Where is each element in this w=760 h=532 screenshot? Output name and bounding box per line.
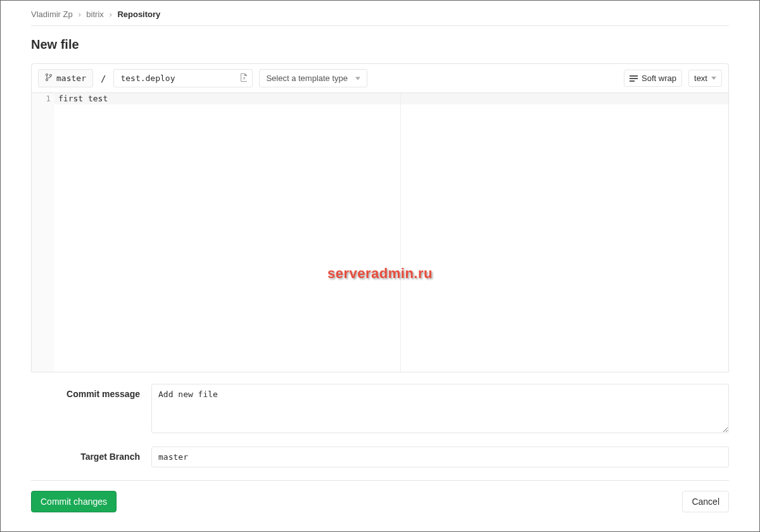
syntax-label: text [694,73,707,83]
breadcrumb-owner[interactable]: Vladimir Zp [31,10,73,19]
soft-wrap-button[interactable]: Soft wrap [624,70,682,87]
code-area[interactable]: first test [54,93,728,372]
branch-icon [45,73,53,84]
line-number-gutter: 1 [32,93,54,372]
target-branch-label: Target Branch [31,446,151,462]
code-editor[interactable]: 1 first test [32,93,728,372]
print-margin-ruler [400,93,401,372]
chevron-down-icon [711,77,716,80]
filename-input[interactable]: test.deploy [113,69,253,87]
branch-selector[interactable]: master [38,69,93,87]
breadcrumb-separator: › [109,10,111,19]
target-branch-input[interactable] [151,446,729,467]
branch-name: master [56,73,86,83]
commit-message-input[interactable] [151,384,729,433]
editor-panel: master / test.deploy Select a template t… [31,63,729,372]
breadcrumb-separator: › [78,10,80,19]
path-separator: / [99,73,107,84]
commit-message-row: Commit message [31,384,729,435]
file-icon [241,73,248,84]
commit-message-label: Commit message [31,384,151,399]
code-line: first test [54,93,728,104]
breadcrumb-current: Repository [117,10,160,19]
template-select[interactable]: Select a template type [259,69,367,87]
form-actions: Commit changes Cancel [31,480,729,512]
breadcrumb: Vladimir Zp › bitrix › Repository [31,6,729,26]
page-title: New file [31,37,729,52]
breadcrumb-project[interactable]: bitrix [86,10,103,19]
wrap-icon [630,75,638,82]
soft-wrap-label: Soft wrap [642,73,676,83]
line-number: 1 [35,93,51,104]
editor-toolbar: master / test.deploy Select a template t… [32,64,728,93]
cancel-button[interactable]: Cancel [682,491,729,512]
commit-changes-button[interactable]: Commit changes [31,491,117,512]
syntax-select[interactable]: text [688,70,722,87]
target-branch-row: Target Branch [31,446,729,467]
